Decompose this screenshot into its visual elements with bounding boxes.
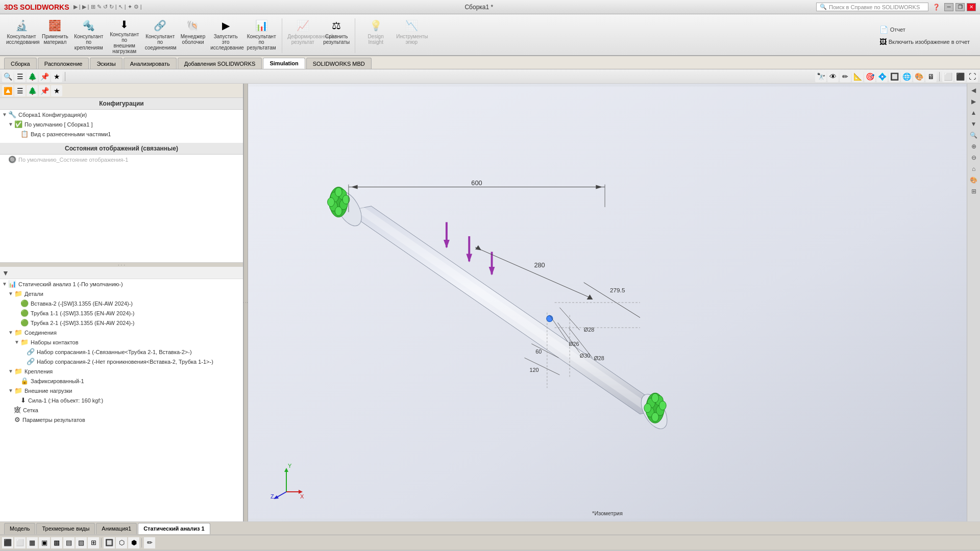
- ribbon-tool-consultant-research[interactable]: 🔬 Консультант исследования: [4, 16, 39, 55]
- resize-handle[interactable]: · · ·: [0, 263, 243, 267]
- rmp-btn6[interactable]: ⊕: [969, 141, 979, 152]
- tab-sketch[interactable]: Эскизы: [90, 58, 122, 69]
- tb2-restore-button[interactable]: ⬛: [954, 71, 966, 82]
- ribbon-tool-consultant-connections[interactable]: 🔗 Консультант посоединениям: [143, 16, 178, 55]
- panel-tb-btn3[interactable]: 🌲: [27, 85, 38, 96]
- tb2-view10-button[interactable]: 🖥: [925, 71, 937, 82]
- panel-tb-btn4[interactable]: 📌: [39, 85, 50, 96]
- tree-mesh[interactable]: 🕸 Сетка: [0, 405, 243, 415]
- rmp-btn7[interactable]: ⊖: [969, 153, 979, 163]
- ribbon-tool-consultant-loads[interactable]: ⬇ Консультант повнешним нагрузкам: [107, 16, 142, 55]
- tab-solidworks-mbd[interactable]: SOLIDWORKS MBD: [306, 58, 372, 69]
- btab-model[interactable]: Модель: [4, 523, 35, 534]
- tree-fixed1[interactable]: 🔒 Зафиксированный-1: [0, 376, 243, 386]
- tb2-view6-button[interactable]: 💠: [876, 71, 888, 82]
- tb2-view4-button[interactable]: 📐: [852, 71, 863, 82]
- tree-default-assembly[interactable]: ▼ ✅ По умолчанию [ Сборка1 ]: [0, 119, 243, 129]
- restore-button[interactable]: ❐: [955, 3, 965, 11]
- tb2-pin-button[interactable]: 📌: [39, 71, 50, 82]
- bi-btn11[interactable]: ⬢: [128, 537, 139, 548]
- ribbon-include-image-button[interactable]: 🖼 Включить изображение в отчет: [877, 37, 972, 47]
- tb2-view1-button[interactable]: 🔭: [815, 71, 826, 82]
- svg-text:X: X: [300, 493, 304, 499]
- tb2-search-button[interactable]: 🔍: [2, 71, 13, 82]
- ext-loads-label: Внешние нагрузки: [24, 388, 72, 394]
- tb2-fullscreen-button[interactable]: ⛶: [967, 71, 978, 82]
- force1-label: Сила-1 (:На объект: 160 kgf:): [28, 397, 103, 404]
- tab-assembly[interactable]: Сборка: [4, 58, 37, 69]
- ribbon-right-group: 📄 Отчет 🖼 Включить изображение в отчет: [873, 16, 976, 55]
- tb2-star-button[interactable]: ★: [51, 71, 62, 82]
- bi-btn4[interactable]: ▣: [39, 537, 50, 548]
- tab-layout[interactable]: Расположение: [38, 58, 89, 69]
- tree-assembly1-config[interactable]: ▼ 🔧 Сборка1 Конфигурация(и): [0, 110, 243, 119]
- bi-btn6[interactable]: ▤: [63, 537, 75, 548]
- rmp-btn3[interactable]: ▲: [969, 108, 979, 118]
- tb2-view5-button[interactable]: 🎯: [864, 71, 875, 82]
- btab-static-analysis1[interactable]: Статический анализ 1: [138, 523, 210, 534]
- tree-contact-set2[interactable]: 🔗 Набор сопрасания-2 (-Нет проникновения…: [0, 357, 243, 366]
- search-box[interactable]: 🔍 Поиск в Справке по SOLIDWORKS: [816, 3, 928, 11]
- help-icon[interactable]: ❓: [933, 4, 940, 11]
- close-button[interactable]: ✕: [967, 3, 976, 11]
- tb2-expand-button[interactable]: ⬜: [942, 71, 953, 82]
- btab-animation1[interactable]: Анимация1: [96, 523, 137, 534]
- ribbon-tool-run-study[interactable]: ▶ Запустить этоисследование: [208, 16, 243, 55]
- bi-btn9[interactable]: 🔲: [104, 537, 115, 548]
- bi-btn1[interactable]: ⬛: [2, 537, 13, 548]
- rmp-btn8[interactable]: ⌂: [969, 164, 979, 174]
- svg-point-21: [652, 393, 659, 403]
- ribbon-report-button[interactable]: 📄 Отчет: [877, 24, 972, 35]
- panel-tb-btn2[interactable]: ☰: [14, 85, 26, 96]
- tab-analyze[interactable]: Анализировать: [124, 58, 177, 69]
- bi-btn5[interactable]: ▩: [51, 537, 62, 548]
- tree-result-params[interactable]: ⚙ Параметры результатов: [0, 415, 243, 424]
- tree-pipe2-1[interactable]: 🟢 Трубка 2-1 (-[SW]3.1355 (EN-AW 2024)-): [0, 318, 243, 328]
- tree-pipe1-1[interactable]: 🟢 Трубка 1-1 (-[SW]3.1355 (EN-AW 2024)-): [0, 308, 243, 318]
- ribbon-tool-consultant-fasteners[interactable]: 🔩 Консультант покреплениям: [71, 16, 106, 55]
- rmp-btn10[interactable]: ⊞: [969, 186, 979, 196]
- bi-btn7[interactable]: ▧: [76, 537, 87, 548]
- bi-btn2[interactable]: ⬜: [14, 537, 26, 548]
- tb2-tree-button[interactable]: 🌲: [27, 71, 38, 82]
- consultant-loads-icon: ⬇: [116, 17, 133, 32]
- 3d-viewport[interactable]: 600 280 279.5 Ø28 Ø26: [248, 84, 967, 521]
- tree-insert2[interactable]: 🟢 Вставка-2 (-[SW]3.1355 (EN-AW 2024)-): [0, 298, 243, 308]
- tree-details[interactable]: ▼ 📁 Детали: [0, 289, 243, 298]
- tb2-view2-button[interactable]: 👁: [827, 71, 839, 82]
- bi-btn3[interactable]: ▦: [27, 537, 38, 548]
- bi-btn12[interactable]: ✏: [144, 537, 155, 548]
- tree-force1[interactable]: ⬇ Сила-1 (:На объект: 160 kgf:): [0, 395, 243, 405]
- tree-external-loads[interactable]: ▼ 📁 Внешние нагрузки: [0, 386, 243, 395]
- tb2-list-button[interactable]: ☰: [14, 71, 26, 82]
- panel-tb-btn1[interactable]: 🔼: [2, 85, 13, 96]
- tab-add-solidworks[interactable]: Добавления SOLIDWORKS: [178, 58, 262, 69]
- tree-connections[interactable]: ▼ 📁 Соединения: [0, 328, 243, 337]
- tree-static-analysis[interactable]: ▼ 📊 Статический анализ 1 (-По умолчанию-…: [0, 279, 243, 289]
- panel-resize-handle[interactable]: ⋮: [244, 84, 248, 521]
- ribbon-tool-consultant-results[interactable]: 📊 Консультант порезультатам: [244, 16, 279, 55]
- ribbon-tool-apply-material[interactable]: 🧱 Применитьматериал: [40, 16, 70, 55]
- btab-3d-views[interactable]: Трехмерные виды: [36, 523, 95, 534]
- rmp-btn4[interactable]: ▼: [969, 119, 979, 129]
- rmp-btn1[interactable]: ◀: [969, 85, 979, 95]
- tab-simulation[interactable]: Simulation: [263, 58, 305, 69]
- tb2-view3-button[interactable]: ✏: [840, 71, 851, 82]
- tb2-view8-button[interactable]: 🌐: [901, 71, 912, 82]
- tb2-view9-button[interactable]: 🎨: [913, 71, 924, 82]
- bi-btn10[interactable]: ⬡: [116, 537, 127, 548]
- rmp-btn9[interactable]: 🎨: [969, 175, 979, 185]
- bi-btn8[interactable]: ⊞: [88, 537, 99, 548]
- rmp-btn5[interactable]: 🔍: [969, 130, 979, 140]
- tree-exploded-view[interactable]: 📋 Вид с разнесенными частями1: [0, 129, 243, 139]
- ribbon-tool-manager-shell[interactable]: 🐚 Менеджероболочки: [179, 16, 208, 55]
- tb2-view7-button[interactable]: 🔲: [889, 71, 900, 82]
- tree-contact-set1[interactable]: 🔗 Набор сопрасания-1 (-Связанные<Трубка …: [0, 347, 243, 357]
- rmp-btn2[interactable]: ▶: [969, 96, 979, 107]
- panel-tb-btn5[interactable]: ★: [51, 85, 62, 96]
- tree-default-display[interactable]: 🔘 По умолчанию_Состояние отображения-1: [0, 155, 243, 164]
- minimize-button[interactable]: ─: [944, 3, 953, 11]
- pipe2-label: Трубка 2-1 (-[SW]3.1355 (EN-AW 2024)-): [31, 320, 135, 326]
- tree-fixtures[interactable]: ▼ 📁 Крепления: [0, 366, 243, 376]
- tree-contact-sets[interactable]: ▼ 📁 Наборы контактов: [0, 337, 243, 347]
